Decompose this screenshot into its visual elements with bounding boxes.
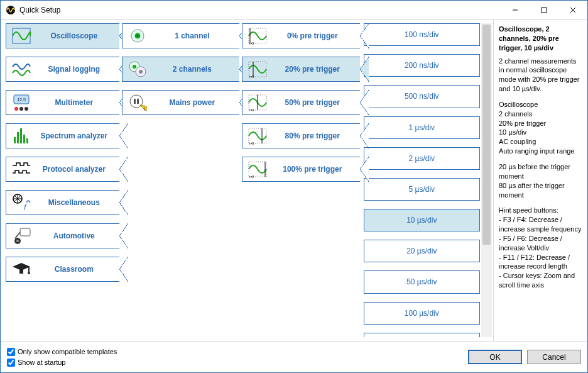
category-item-protocol-analyzer[interactable]: Protocol analyzer (6, 157, 119, 182)
pretrigger-item-pt-100[interactable]: t=0100% pre trigger (242, 157, 359, 182)
category-item-automotive[interactable]: Automotive (6, 223, 119, 248)
timediv-option-partial[interactable] (364, 333, 481, 337)
only-compatible-checkbox[interactable]: Only show compatible templates (7, 348, 117, 356)
channel-item-label: Mains power (149, 98, 239, 107)
timediv-option-50us[interactable]: 50 µs/div (364, 270, 481, 293)
info-spec-line: Auto ranging input range (499, 147, 582, 156)
channels-column: 1 channel2 channels!Mains power (122, 23, 239, 337)
wave-pt50-icon: t=0 (246, 91, 269, 114)
wave-pt20-icon: t=0 (246, 58, 269, 81)
timediv-option-label: 100 ns/div (405, 30, 439, 39)
close-button[interactable] (558, 1, 587, 19)
timediv-option-label: 100 µs/div (405, 309, 439, 318)
timediv-option-label: 2 µs/div (408, 154, 435, 163)
info-summary: 2 channel measurements in normal oscillo… (499, 57, 582, 94)
svg-rect-12 (26, 138, 28, 143)
info-timing-before: 20 µs before the trigger moment (499, 162, 582, 181)
category-item-label: Protocol analyzer (33, 165, 119, 174)
scrollbar-thumb[interactable] (482, 25, 491, 245)
cancel-button-label: Cancel (542, 353, 565, 362)
timediv-column: 100 ns/div200 ns/div500 ns/div1 µs/div2 … (364, 23, 481, 337)
info-hint-line: - F5 / F6: Decrease / increase Volt/div (499, 234, 582, 253)
category-item-classroom[interactable]: Classroom (6, 257, 119, 282)
svg-point-17 (16, 240, 19, 242)
info-spec-line: 20% pre trigger (499, 119, 582, 128)
cancel-button[interactable]: Cancel (527, 350, 581, 364)
pretrigger-item-label: 20% pre trigger (269, 65, 359, 74)
template-columns: OscilloscopeSignal logging12.5Multimeter… (1, 19, 481, 341)
svg-point-26 (139, 70, 143, 74)
timediv-option-100us[interactable]: 100 µs/div (364, 302, 481, 325)
category-item-oscilloscope[interactable]: Oscilloscope (6, 23, 119, 48)
only-compatible-label: Only show compatible templates (18, 348, 117, 355)
svg-text:t=0: t=0 (249, 75, 254, 79)
signal-logging-icon (10, 58, 33, 81)
info-spec-line: 2 channels (499, 109, 582, 119)
svg-point-0 (6, 6, 15, 14)
timediv-option-2us[interactable]: 2 µs/div (364, 147, 481, 170)
svg-point-19 (28, 272, 30, 274)
timediv-option-10us[interactable]: 10 µs/div (364, 209, 481, 231)
pretrigger-item-label: 80% pre trigger (269, 131, 359, 140)
timediv-option-label: 50 µs/div (406, 277, 437, 286)
timediv-option-label: 20 µs/div (406, 247, 437, 255)
channel-item-2-channels[interactable]: 2 channels (122, 57, 239, 82)
info-heading: Oscilloscope, 2 channels, 20% pre trigge… (499, 25, 582, 53)
info-spec-list: Oscilloscope2 channels20% pre trigger10 … (499, 100, 582, 156)
svg-rect-28 (134, 99, 136, 104)
maximize-button[interactable] (530, 1, 558, 19)
category-item-spectrum-analyzer[interactable]: Spectrum analyzer (6, 123, 119, 148)
svg-point-24 (133, 65, 136, 69)
svg-text:t=0: t=0 (249, 42, 254, 45)
svg-point-6 (19, 107, 23, 111)
timediv-option-500ns[interactable]: 500 ns/div (364, 85, 481, 108)
show-startup-checkbox[interactable]: Show at startup (7, 359, 117, 367)
channel-item-1-channel[interactable]: 1 channel (122, 23, 239, 48)
channel-item-mains-power[interactable]: !Mains power (122, 90, 239, 115)
quick-setup-window: Quick Setup OscilloscopeSignal logging12… (0, 0, 588, 373)
category-item-label: Oscilloscope (33, 31, 119, 40)
svg-text:t=0: t=0 (249, 175, 254, 179)
pretrigger-item-pt-20[interactable]: t=020% pre trigger (242, 57, 359, 82)
svg-point-7 (24, 107, 28, 111)
timediv-option-label: 500 ns/div (405, 92, 439, 101)
timediv-option-100ns[interactable]: 100 ns/div (364, 23, 481, 46)
ok-button[interactable]: OK (468, 350, 522, 364)
pretrigger-item-pt-80[interactable]: t=080% pre trigger (242, 123, 359, 148)
pretrigger-item-pt-0[interactable]: t=00% pre trigger (242, 23, 359, 48)
timediv-option-20us[interactable]: 20 µs/div (364, 240, 481, 262)
category-item-signal-logging[interactable]: Signal logging (6, 57, 119, 82)
timediv-option-5us[interactable]: 5 µs/div (364, 178, 481, 201)
show-startup-input[interactable] (7, 359, 15, 367)
vertical-scrollbar[interactable] (481, 23, 492, 337)
body: OscilloscopeSignal logging12.5Multimeter… (1, 19, 587, 341)
category-item-label: Signal logging (33, 65, 119, 74)
category-item-label: Automotive (33, 231, 119, 240)
svg-rect-18 (19, 270, 23, 274)
info-hints-title: Hint speed buttons: (499, 206, 582, 215)
mains-icon: ! (126, 91, 149, 114)
info-hints-list: - F3 / F4: Decrease / increase sample fr… (499, 215, 582, 290)
titlebar: Quick Setup (1, 1, 587, 19)
channel-item-label: 2 channels (149, 65, 239, 74)
category-item-label: Multimeter (33, 98, 119, 107)
pretrigger-item-pt-50[interactable]: t=050% pre trigger (242, 90, 359, 115)
category-item-multimeter[interactable]: 12.5Multimeter (6, 90, 119, 115)
category-item-miscellaneous[interactable]: fMiscellaneous (6, 190, 119, 215)
timediv-option-200ns[interactable]: 200 ns/div (364, 54, 481, 77)
svg-text:t=0: t=0 (249, 142, 254, 145)
timediv-option-1us[interactable]: 1 µs/div (364, 116, 481, 139)
app-icon (6, 5, 16, 15)
svg-text:!: ! (144, 106, 145, 112)
bnc-2-icon (126, 58, 149, 81)
timediv-option-label: 200 ns/div (405, 61, 439, 70)
only-compatible-input[interactable] (7, 348, 15, 356)
oscilloscope-icon (10, 25, 33, 47)
classroom-icon (10, 258, 33, 281)
pretrigger-item-label: 0% pre trigger (269, 31, 359, 40)
info-panel: Oscilloscope, 2 channels, 20% pre trigge… (493, 19, 587, 341)
svg-point-5 (14, 107, 18, 111)
miscellaneous-icon: f (10, 191, 33, 214)
minimize-button[interactable] (501, 1, 530, 19)
wave-pt80-icon: t=0 (246, 125, 269, 147)
